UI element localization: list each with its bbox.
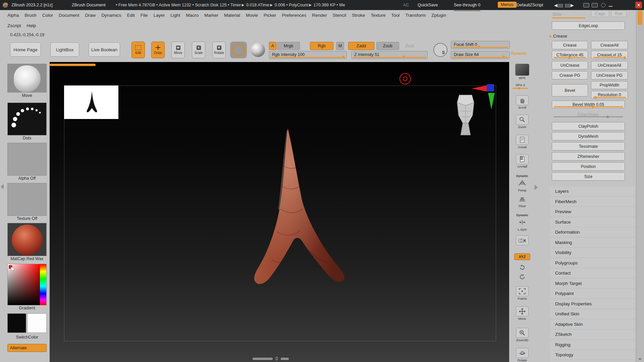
creaselvl-slider[interactable]: CreaseLvl 15 — [591, 51, 628, 59]
edgeloop-button[interactable]: EdgeLoop — [552, 21, 625, 30]
rotate-ccw-button[interactable] — [513, 264, 532, 271]
creaselvl-knob[interactable] — [624, 56, 626, 59]
draw-size-knob[interactable] — [502, 56, 505, 58]
menu-item[interactable]: Picker — [264, 13, 276, 18]
frame-button[interactable]: Frame — [513, 286, 532, 300]
crease-button[interactable]: Crease — [552, 41, 588, 49]
lightbox-button[interactable]: LightBox — [50, 43, 79, 57]
rgb-toggle[interactable]: Rgb — [310, 42, 333, 50]
live-boolean-button[interactable]: Live Boolean — [89, 43, 120, 57]
geometry-button[interactable]: Size — [552, 172, 625, 181]
secondary-color-swatch[interactable] — [11, 267, 14, 270]
menu-item[interactable]: Color — [42, 13, 53, 18]
subpalette-header[interactable]: Layers — [550, 187, 635, 196]
ctolerance-slider[interactable]: CTolerance 45 — [552, 51, 588, 59]
canvas-horizontal-scrollbar[interactable] — [50, 64, 96, 66]
geometry-button[interactable]: ZRemesher — [552, 152, 625, 161]
actual-size-button[interactable]: Actual — [513, 135, 532, 149]
menu-item[interactable]: Draw — [85, 13, 96, 18]
panel-scroll-down-icon[interactable] — [638, 358, 642, 360]
spix-slider[interactable]: SPix 3 — [513, 83, 528, 89]
home-page-button[interactable]: Home Page — [10, 43, 41, 57]
menus-button[interactable]: Menus — [498, 2, 517, 8]
material-sphere-icon[interactable] — [251, 43, 265, 57]
material-picker[interactable] — [7, 223, 47, 256]
sculptris-pro-button[interactable]: S — [433, 43, 447, 57]
perspective-button[interactable]: Dynamic Persp — [513, 174, 532, 192]
spix-knob[interactable] — [518, 87, 520, 89]
menu-item[interactable]: Marker — [204, 13, 218, 18]
draw-mode-button[interactable]: Draw — [151, 42, 165, 58]
rotate-3d-button[interactable]: Rotate — [513, 348, 532, 362]
layout-icons[interactable] — [581, 0, 612, 10]
subpalette-header[interactable]: Polypaint — [550, 289, 635, 298]
hue-strip[interactable] — [40, 264, 46, 305]
scroll-up-icon[interactable] — [275, 356, 278, 358]
bevel-width-slider[interactable]: Bevel Width 0.05 — [552, 101, 625, 108]
z-intensity-slider[interactable]: Z Intensity 51 — [351, 51, 428, 59]
menu-item[interactable]: Render — [312, 13, 327, 18]
alpha-picker[interactable] — [7, 143, 47, 176]
resolution-slider[interactable]: Resolution 0 — [591, 91, 628, 99]
floor-button[interactable]: Floor — [513, 194, 532, 208]
panel-scrollbar-thumb[interactable] — [638, 11, 642, 25]
scroll-thumb-left[interactable] — [253, 358, 273, 360]
subpalette-header[interactable]: ZSketch — [550, 330, 635, 339]
menu-item[interactable]: Material — [224, 13, 240, 18]
menu-item[interactable]: Light — [170, 13, 180, 18]
zcut-toggle[interactable]: Zcut — [402, 42, 417, 50]
bevel-width-knob[interactable] — [592, 106, 594, 108]
camera-button[interactable] — [513, 235, 532, 245]
scroll-arrows[interactable] — [275, 356, 278, 361]
canvas-bottom-scroll[interactable] — [253, 356, 289, 361]
subpalette-header[interactable]: Contact — [550, 268, 635, 278]
menu-item[interactable]: File — [141, 13, 148, 18]
focal-shift-knob[interactable] — [478, 46, 480, 48]
menu-item[interactable]: Document — [59, 13, 79, 18]
bpr-button[interactable]: BPR — [513, 64, 532, 80]
rgb-intensity-slider[interactable]: Rgb Intensity 100 — [269, 51, 347, 59]
see-through-slider[interactable]: See-through 0 — [454, 0, 480, 11]
crease-pg-button[interactable]: Crease PG — [552, 71, 588, 79]
menu-item[interactable]: Movie — [246, 13, 258, 18]
subpalette-header[interactable]: Projection — [550, 361, 635, 362]
subpalette-header[interactable]: Visibility — [550, 248, 635, 257]
tray-toggle-icons[interactable]: ◀|||| ||||▶ — [554, 0, 574, 10]
xyz-constraint-button[interactable]: XYZ — [513, 253, 532, 260]
rgb-intensity-knob[interactable] — [342, 56, 344, 58]
local-symmetry-button[interactable]: Dynamic L.Sym — [513, 214, 532, 231]
geometry-button[interactable]: DynaMesh — [552, 132, 625, 140]
menu-item[interactable]: Layer — [153, 13, 165, 18]
brush-picker[interactable] — [7, 64, 47, 93]
bevel-button[interactable]: Bevel — [552, 84, 588, 97]
anchor-toggle[interactable]: A — [269, 42, 276, 50]
panel-scrollbar[interactable] — [636, 10, 644, 362]
menu-item[interactable]: Preferences — [282, 13, 307, 18]
move-3d-button[interactable]: Move — [513, 306, 532, 320]
aahalf-button[interactable]: AAHalf — [513, 154, 532, 168]
close-button[interactable]: × — [635, 2, 642, 8]
minimize-icon[interactable] — [609, 3, 612, 7]
move-mode-button[interactable]: M Move — [171, 42, 185, 58]
uncrease-pg-button[interactable]: UnCrease PG — [591, 71, 628, 79]
geometry-button[interactable]: ClayPolish — [552, 122, 625, 130]
layout-b-icon[interactable] — [592, 3, 598, 7]
subpalette-header[interactable]: Morph Target — [550, 279, 635, 288]
cage-button[interactable]: Cage — [591, 10, 609, 17]
mrgb-toggle[interactable]: Mrgb — [277, 42, 300, 50]
document-canvas[interactable] — [50, 62, 509, 362]
texture-picker[interactable] — [7, 183, 47, 216]
propwidth-button[interactable]: PropWidth — [591, 81, 628, 89]
geometry-button[interactable]: Position — [552, 162, 625, 171]
sculpted-model[interactable] — [243, 126, 357, 302]
z-intensity-knob[interactable] — [402, 56, 405, 58]
menu-item[interactable]: Dynamics — [101, 13, 121, 18]
edgesharp-slider[interactable]: EdgeSharp — [552, 111, 625, 118]
draw-size-slider[interactable]: Draw Size 64 — [451, 51, 510, 59]
creaseall-button[interactable]: CreaseAll — [591, 41, 628, 49]
menu-item[interactable]: Tool — [391, 13, 399, 18]
ctolerance-knob[interactable] — [568, 56, 571, 59]
rstr-button[interactable]: Rstr — [611, 10, 627, 17]
subpalette-header[interactable]: Polygroups — [550, 258, 635, 267]
dynamic-mode-label[interactable]: Dynamic — [511, 51, 527, 55]
